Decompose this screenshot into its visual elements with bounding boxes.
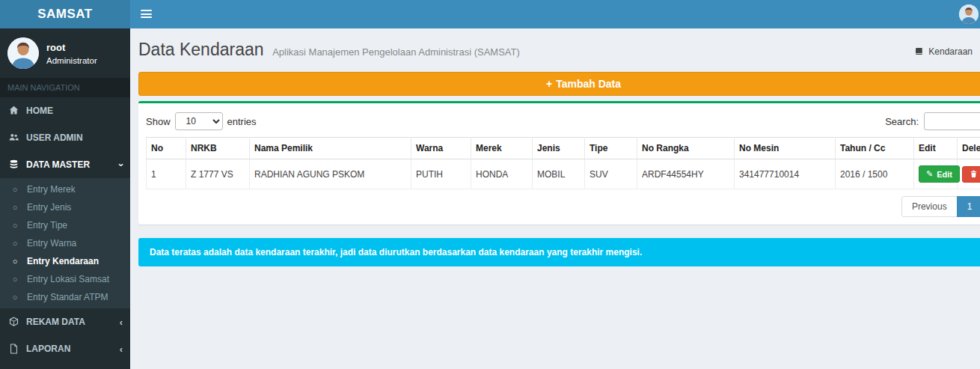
- tambah-data-button[interactable]: +Tambah Data: [138, 72, 980, 96]
- submenu-item-label: Entry Jenis: [27, 202, 71, 213]
- sidebar-menu: HOME USER ADMIN DATA MASTER › ○ Entry Me…: [0, 97, 130, 362]
- cell-jenis: MOBIL: [533, 159, 585, 189]
- page-title: Data Kendaraan: [138, 40, 264, 59]
- delete-button[interactable]: Hapus: [962, 166, 980, 183]
- col-header-tipe[interactable]: Tipe: [585, 138, 637, 159]
- circle-icon: ○: [10, 293, 20, 302]
- app-logo[interactable]: SAMSAT: [0, 0, 130, 28]
- sidebar-item-data-master[interactable]: DATA MASTER ›: [0, 151, 130, 178]
- sidebar-item-entry-kendaraan[interactable]: ○ Entry Kendaraan: [0, 252, 130, 270]
- pencil-icon: ✎: [926, 169, 933, 179]
- circle-icon: ○: [10, 203, 20, 212]
- sidebar-item-entry-lokasi-samsat[interactable]: ○ Entry Lokasi Samsat: [0, 270, 130, 288]
- users-icon: [7, 132, 19, 143]
- col-header-no-rangka[interactable]: No Rangka: [637, 138, 735, 159]
- submenu-item-label: Entry Standar ATPM: [27, 292, 108, 302]
- search-control: Search:: [885, 112, 980, 130]
- edit-label: Edit: [937, 170, 952, 179]
- cell-delete: Hapus: [958, 159, 980, 189]
- cell-nama-pemilik: RADHIAN AGUNG PSKOM: [250, 159, 411, 189]
- col-header-merek[interactable]: Merek: [471, 138, 533, 159]
- submenu-item-label: Entry Warna: [27, 238, 76, 248]
- submenu-item-label: Entry Kendaraan: [27, 256, 99, 266]
- sidebar: root Administrator MAIN NAVIGATION HOME …: [0, 28, 130, 369]
- page-size-control: Show 10 entries: [146, 112, 257, 130]
- sidebar-section-label: MAIN NAVIGATION: [0, 78, 130, 97]
- col-header-warna[interactable]: Warna: [411, 138, 471, 159]
- plus-icon: +: [546, 78, 552, 90]
- sidebar-item-label: REKAM DATA: [26, 317, 85, 327]
- col-header-nrkb[interactable]: NRKB: [186, 138, 250, 159]
- chevron-left-icon: ‹: [120, 317, 123, 327]
- cell-warna: PUTIH: [411, 159, 471, 189]
- content-header: Data Kendaraan Aplikasi Manajemen Pengel…: [138, 28, 980, 72]
- submenu-item-label: Entry Lokasi Samsat: [27, 274, 109, 284]
- file-icon: [7, 344, 19, 354]
- col-header-edit[interactable]: Edit: [914, 138, 958, 159]
- pagination-page-1-button[interactable]: 1: [957, 196, 980, 217]
- sidebar-item-label: USER ADMIN: [26, 132, 83, 143]
- cell-merek: HONDA: [471, 159, 533, 189]
- pagination: Previous 1 Next: [146, 196, 980, 217]
- sidebar-item-user-admin[interactable]: USER ADMIN: [0, 124, 130, 151]
- sidebar-item-entry-jenis[interactable]: ○ Entry Jenis: [0, 198, 130, 216]
- sidebar-item-laporan[interactable]: LAPORAN ‹: [0, 335, 130, 362]
- book-icon: [914, 47, 924, 57]
- page-subtitle: Aplikasi Manajemen Pengelolaan Administr…: [272, 46, 520, 58]
- user-role: Administrator: [46, 56, 97, 65]
- col-header-no[interactable]: No: [147, 138, 186, 159]
- cell-tipe: SUV: [585, 159, 637, 189]
- cell-tahun-cc: 2016 / 1500: [836, 159, 914, 189]
- search-input[interactable]: [924, 112, 980, 130]
- sidebar-item-entry-warna[interactable]: ○ Entry Warna: [0, 234, 130, 252]
- cell-no: 1: [147, 159, 186, 189]
- sidebar-item-label: DATA MASTER: [26, 159, 90, 170]
- avatar-person-icon: [959, 4, 979, 24]
- pagination-previous-button[interactable]: Previous: [901, 196, 958, 217]
- user-avatar[interactable]: [959, 4, 979, 24]
- entries-label: entries: [227, 116, 257, 127]
- navbar-bar: [130, 0, 980, 28]
- tambah-data-label: Tambah Data: [556, 78, 621, 90]
- sidebar-item-home[interactable]: HOME: [0, 97, 130, 124]
- circle-icon: ○: [10, 257, 20, 266]
- circle-icon: ○: [10, 221, 20, 230]
- table-row: 1 Z 1777 VS RADHIAN AGUNG PSKOM PUTIH HO…: [147, 159, 980, 189]
- cell-no-rangka: ARDF44554HY: [637, 159, 735, 189]
- top-navbar: SAMSAT: [0, 0, 980, 28]
- col-header-delete[interactable]: Delete: [958, 138, 980, 159]
- circle-icon: ○: [10, 239, 20, 248]
- trash-icon: [970, 170, 978, 178]
- chevron-down-icon: ›: [116, 163, 126, 166]
- col-header-nama-pemilik[interactable]: Nama Pemilik: [250, 138, 411, 159]
- user-panel: root Administrator: [0, 28, 130, 78]
- sidebar-item-entry-merek[interactable]: ○ Entry Merek: [0, 180, 130, 198]
- col-header-jenis[interactable]: Jenis: [533, 138, 585, 159]
- circle-icon: ○: [10, 185, 20, 194]
- breadcrumb-label: Kendaraan: [928, 46, 973, 57]
- sidebar-toggle-icon[interactable]: [130, 0, 162, 28]
- data-master-submenu: ○ Entry Merek ○ Entry Jenis ○ Entry Tipe…: [0, 178, 130, 308]
- page-size-select[interactable]: 10: [175, 112, 223, 130]
- sidebar-item-entry-standar-atpm[interactable]: ○ Entry Standar ATPM: [0, 288, 130, 306]
- table-header-row: No NRKB Nama Pemilik Warna Merek Jenis T…: [147, 138, 980, 159]
- cube-icon: [7, 317, 19, 327]
- data-table-box: Show 10 entries Search: No NRKB: [138, 101, 980, 225]
- content-area: Data Kendaraan Aplikasi Manajemen Pengel…: [130, 28, 980, 369]
- sidebar-item-label: LAPORAN: [26, 344, 70, 354]
- search-label: Search:: [885, 116, 919, 127]
- edit-button[interactable]: ✎Edit: [919, 165, 960, 183]
- circle-icon: ○: [10, 275, 20, 284]
- breadcrumb[interactable]: Kendaraan: [914, 46, 973, 57]
- sidebar-item-label: HOME: [26, 106, 53, 116]
- sidebar-item-rekam-data[interactable]: REKAM DATA ‹: [0, 308, 130, 335]
- col-header-tahun-cc[interactable]: Tahun / Cc: [836, 138, 914, 159]
- cell-no-mesin: 341477710014: [735, 159, 836, 189]
- user-info: root Administrator: [46, 42, 97, 65]
- submenu-item-label: Entry Merek: [27, 184, 76, 195]
- sidebar-item-entry-tipe[interactable]: ○ Entry Tipe: [0, 216, 130, 234]
- show-label: Show: [146, 116, 171, 127]
- col-header-no-mesin[interactable]: No Mesin: [735, 138, 836, 159]
- cell-nrkb: Z 1777 VS: [186, 159, 250, 189]
- table-controls: Show 10 entries Search:: [146, 112, 980, 130]
